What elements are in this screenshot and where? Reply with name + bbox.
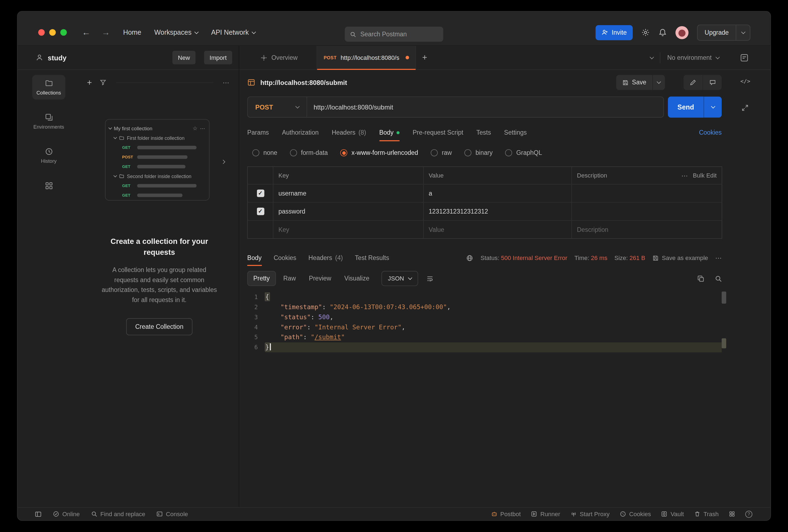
request-row[interactable]: POST: [109, 152, 205, 162]
response-tab-headers[interactable]: Headers(4): [309, 248, 343, 268]
tab-authorization[interactable]: Authorization: [282, 122, 319, 143]
search-response-icon[interactable]: [714, 275, 722, 282]
tab-tests[interactable]: Tests: [476, 122, 491, 143]
status-value[interactable]: 500 Internal Server Error: [501, 254, 567, 261]
copy-icon[interactable]: [697, 275, 705, 282]
mode-x-www-form-urlencoded[interactable]: x-www-form-urlencoded: [340, 150, 418, 157]
new-tab-button[interactable]: +: [422, 53, 427, 62]
checkbox-checked[interactable]: ✓: [257, 190, 264, 197]
view-tab-raw[interactable]: Raw: [278, 271, 301, 286]
more-icon[interactable]: ⋯: [222, 79, 230, 86]
upgrade-caret[interactable]: [736, 25, 750, 40]
new-button[interactable]: New: [172, 51, 196, 64]
mode-none[interactable]: none: [252, 150, 277, 157]
send-button[interactable]: Send: [668, 96, 704, 117]
minimize-window-button[interactable]: [49, 29, 56, 36]
key-cell[interactable]: Key: [273, 221, 423, 238]
collection-row[interactable]: My first collection ☆ ⋯: [109, 124, 205, 133]
global-search[interactable]: [345, 27, 444, 42]
windows-grid-icon[interactable]: [729, 511, 735, 517]
request-row[interactable]: GET: [109, 181, 205, 191]
code-line[interactable]: 5 "path": "/submit": [239, 332, 770, 342]
radio-icon[interactable]: [290, 150, 297, 157]
runner-button[interactable]: Runner: [531, 510, 560, 517]
radio-icon[interactable]: [431, 150, 438, 157]
notifications-bell-icon[interactable]: [658, 28, 667, 37]
size-value[interactable]: 261 B: [629, 254, 645, 261]
tab-request-active[interactable]: POST http://localhost:8080/s: [317, 46, 416, 70]
more-icon[interactable]: ⋯: [681, 172, 688, 179]
nav-home[interactable]: Home: [123, 29, 141, 36]
find-and-replace-button[interactable]: Find and replace: [91, 510, 145, 517]
description-cell[interactable]: [572, 203, 722, 220]
environment-selector[interactable]: No environment: [660, 54, 726, 61]
request-row[interactable]: GET: [109, 162, 205, 172]
vault-button[interactable]: Vault: [661, 510, 684, 517]
search-input[interactable]: [360, 31, 441, 38]
add-collection-icon[interactable]: +: [87, 78, 92, 86]
expand-icon[interactable]: [741, 104, 749, 112]
nav-api-network[interactable]: API Network: [211, 29, 255, 36]
filter-funnel-icon[interactable]: [99, 79, 106, 86]
sidebar-toggle-icon[interactable]: [35, 510, 42, 517]
radio-icon[interactable]: [252, 150, 259, 157]
format-select[interactable]: JSON: [381, 271, 418, 286]
sidebar-item-history[interactable]: History: [32, 143, 65, 168]
tab-params[interactable]: Params: [248, 122, 269, 143]
radio-icon[interactable]: [340, 150, 348, 157]
view-tab-visualize[interactable]: Visualize: [339, 271, 375, 286]
value-cell[interactable]: a: [424, 184, 572, 202]
user-avatar[interactable]: [675, 26, 689, 39]
help-icon[interactable]: ?: [745, 510, 752, 517]
chevron-down-icon[interactable]: [114, 136, 117, 139]
save-as-example-button[interactable]: Save as example: [652, 254, 708, 261]
checkbox-checked[interactable]: ✓: [257, 208, 264, 215]
folder-row[interactable]: First folder inside collection: [109, 133, 205, 143]
sidebar-item-environments[interactable]: Environments: [32, 109, 65, 134]
code-line[interactable]: 6}: [239, 342, 770, 352]
zoom-window-button[interactable]: [60, 29, 67, 36]
value-cell[interactable]: 12312312312312312: [424, 203, 572, 220]
key-cell[interactable]: username: [273, 184, 423, 202]
workspace-name[interactable]: study: [48, 54, 66, 61]
url-input[interactable]: [307, 103, 664, 111]
scrollbar-thumb[interactable]: [722, 292, 726, 304]
time-value[interactable]: 26 ms: [591, 254, 607, 261]
upgrade-button[interactable]: Upgrade: [697, 24, 750, 40]
star-icon[interactable]: ☆: [193, 125, 197, 132]
tab-list-caret[interactable]: [644, 56, 660, 59]
create-collection-button[interactable]: Create Collection: [126, 318, 193, 335]
mode-binary[interactable]: binary: [465, 150, 493, 157]
mode-raw[interactable]: raw: [431, 150, 452, 157]
edit-pencil-icon[interactable]: [684, 75, 703, 90]
response-tab-cookies[interactable]: Cookies: [274, 248, 296, 268]
request-row[interactable]: GET: [109, 191, 205, 200]
save-button[interactable]: Save: [616, 75, 652, 90]
trash-button[interactable]: Trash: [694, 510, 718, 517]
folder-row[interactable]: Second folder inside collection: [109, 172, 205, 181]
tab-body[interactable]: Body: [379, 122, 400, 143]
response-body-editor[interactable]: 1{2 "timestamp": "2024-06-13T00:07:43.06…: [239, 289, 770, 507]
bulk-edit[interactable]: ⋯Bulk Edit: [681, 172, 717, 179]
tab-overview[interactable]: Overview: [252, 46, 306, 70]
code-line[interactable]: 1{: [239, 292, 770, 302]
send-caret[interactable]: [704, 96, 722, 117]
mode-graphql[interactable]: GraphQL: [505, 150, 542, 157]
view-tab-pretty[interactable]: Pretty: [248, 271, 276, 286]
cookies-button[interactable]: Cookies: [619, 510, 651, 517]
collections-expand-chevron[interactable]: [222, 156, 225, 165]
environment-quick-look-icon[interactable]: [740, 53, 749, 62]
chevron-down-icon[interactable]: [109, 126, 112, 130]
chevron-down-icon[interactable]: [114, 174, 117, 177]
response-tab-test-results[interactable]: Test Results: [355, 248, 389, 268]
import-button[interactable]: Import: [204, 51, 232, 64]
tab-settings[interactable]: Settings: [504, 122, 527, 143]
nav-workspaces[interactable]: Workspaces: [154, 29, 198, 36]
mode-form-data[interactable]: form-data: [290, 150, 328, 157]
radio-icon[interactable]: [505, 150, 512, 157]
description-cell[interactable]: [572, 184, 722, 202]
key-cell[interactable]: password: [273, 203, 423, 220]
code-snippet-icon[interactable]: </>: [740, 78, 750, 84]
response-tab-body[interactable]: Body: [248, 248, 261, 268]
globe-icon[interactable]: [466, 254, 474, 262]
